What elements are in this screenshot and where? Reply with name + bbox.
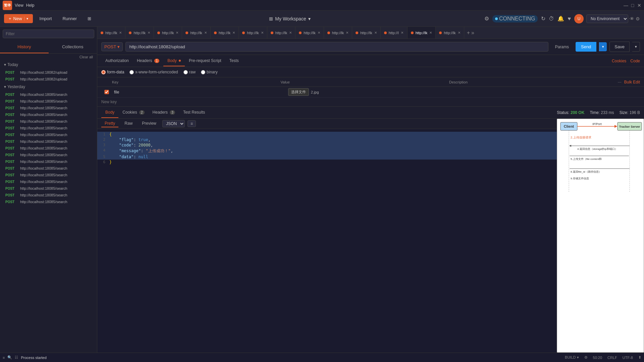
menu-view[interactable]: View: [15, 3, 23, 8]
new-button[interactable]: + New ▾: [4, 14, 33, 23]
list-item[interactable]: POSThttp://localhost:18085/search: [0, 172, 97, 178]
req-tab-4[interactable]: http://lk✕: [211, 27, 239, 39]
notification-icon[interactable]: 🔔: [557, 15, 564, 22]
env-eye-icon[interactable]: 👁: [630, 16, 634, 21]
params-button[interactable]: Params: [551, 43, 573, 51]
resp-tab-cookies[interactable]: Cookies 2: [118, 107, 148, 118]
build-label[interactable]: BUILD ▾: [565, 355, 579, 360]
radio-urlencoded[interactable]: x-www-form-urlencoded: [129, 70, 178, 74]
tab-tests[interactable]: Tests: [225, 56, 243, 66]
heart-icon[interactable]: ♥: [568, 16, 571, 22]
sync-icon[interactable]: ↻: [541, 15, 545, 22]
req-tab-6[interactable]: http://lk✕: [267, 27, 296, 39]
list-item[interactable]: POST http://localhost:18082/upload: [0, 69, 97, 76]
runner-button[interactable]: Runner: [58, 14, 81, 23]
tab-close[interactable]: ✕: [346, 31, 348, 35]
win-maximize[interactable]: □: [631, 3, 635, 7]
tab-close[interactable]: ✕: [458, 31, 461, 35]
win-close[interactable]: ✕: [637, 3, 641, 7]
list-item[interactable]: POSThttp://localhost:18085/search: [0, 178, 97, 185]
history-icon[interactable]: ⏱: [549, 16, 554, 22]
req-tab-9[interactable]: http://lk✕: [352, 27, 380, 39]
resp-tab-test-results[interactable]: Test Results: [179, 107, 209, 118]
add-tab-icon[interactable]: +: [467, 30, 470, 36]
list-item[interactable]: POSThttp://localhost:18085/search: [0, 138, 97, 145]
search-input[interactable]: [3, 29, 94, 38]
file-select-button[interactable]: 选择文件: [288, 88, 309, 96]
radio-form-data[interactable]: form-data: [101, 70, 124, 74]
list-item[interactable]: POSThttp://localhost:18085/search: [0, 198, 97, 205]
list-item[interactable]: POSThttp://localhost:18085/search: [0, 185, 97, 192]
tab-close[interactable]: ✕: [374, 31, 377, 35]
statusbar-charset[interactable]: UTF-8: [623, 356, 633, 360]
wrap-button[interactable]: ≡: [187, 120, 196, 127]
more-tabs-icon[interactable]: »: [471, 30, 474, 36]
workspace-button[interactable]: ⊞ My Workspace ▾: [265, 14, 314, 23]
format-pretty[interactable]: Pretty: [101, 120, 118, 127]
url-input[interactable]: [125, 42, 548, 52]
req-tab-0[interactable]: http://lk✕: [97, 27, 125, 39]
tab-body[interactable]: Body: [163, 56, 185, 66]
send-dropdown-button[interactable]: ▾: [599, 42, 607, 51]
row-checkbox[interactable]: [101, 90, 112, 94]
req-tab-12[interactable]: http://lk✕: [436, 27, 464, 39]
req-tab-1[interactable]: http://lk✕: [125, 27, 154, 39]
statusbar-menu-icon[interactable]: ≡: [3, 356, 5, 360]
tab-close[interactable]: ✕: [318, 31, 320, 35]
menu-help[interactable]: Help: [26, 3, 35, 8]
list-item[interactable]: POSThttp://localhost:18085/search: [0, 131, 97, 138]
statusbar-crlf[interactable]: CRLF: [607, 356, 617, 360]
tab-close[interactable]: ✕: [429, 31, 432, 35]
list-item[interactable]: POSThttp://localhost:18085/search: [0, 152, 97, 158]
layout-button[interactable]: ⊞: [84, 14, 95, 23]
avatar-icon[interactable]: U: [574, 14, 584, 23]
req-tab-7[interactable]: http://lk✕: [296, 27, 324, 39]
code-link[interactable]: Code: [630, 59, 640, 63]
tab-authorization[interactable]: Authorization: [101, 56, 133, 66]
cookies-link[interactable]: Cookies: [612, 59, 626, 63]
req-tab-2[interactable]: http://lk✕: [154, 27, 182, 39]
tab-history[interactable]: History: [0, 41, 49, 53]
list-item[interactable]: POSThttp://localhost:18085/search: [0, 125, 97, 131]
format-raw[interactable]: Raw: [121, 120, 136, 127]
send-button[interactable]: Send: [576, 42, 596, 52]
clear-all-button[interactable]: Clear all: [0, 54, 97, 60]
list-item[interactable]: POSThttp://localhost:18085/search: [0, 118, 97, 125]
list-item[interactable]: POSThttp://localhost:18085/search: [0, 91, 97, 98]
list-item[interactable]: POSThttp://localhost:18085/search: [0, 192, 97, 198]
tab-close[interactable]: ✕: [232, 31, 235, 35]
list-item[interactable]: POSThttp://localhost:18085/search: [0, 98, 97, 105]
tab-close[interactable]: ✕: [148, 31, 150, 35]
tab-headers[interactable]: Headers 1: [133, 56, 163, 66]
tab-close[interactable]: ✕: [119, 31, 122, 35]
new-key-input[interactable]: [101, 100, 152, 104]
tab-close[interactable]: ✕: [401, 31, 404, 35]
req-tab-8[interactable]: http://lk✕: [324, 27, 352, 39]
list-item[interactable]: POST http://localhost:18082/upload: [0, 76, 97, 82]
save-button[interactable]: Save: [609, 42, 630, 52]
bulk-edit-button[interactable]: Bulk Edit: [624, 80, 640, 84]
env-manage-icon[interactable]: ⚙: [636, 16, 640, 21]
statusbar-icon-extra[interactable]: ⬆: [638, 355, 641, 360]
statusbar-layout-icon[interactable]: ☷: [15, 355, 18, 360]
radio-raw[interactable]: raw: [183, 70, 196, 74]
resp-tab-headers[interactable]: Headers 3: [149, 107, 179, 118]
more-button[interactable]: ···: [618, 79, 622, 84]
list-item[interactable]: POSThttp://localhost:18085/search: [0, 158, 97, 165]
settings-icon[interactable]: ⚙: [484, 15, 489, 22]
tab-close[interactable]: ✕: [289, 31, 292, 35]
method-select[interactable]: POST ▾: [101, 42, 123, 51]
req-tab-10[interactable]: http://l✕: [381, 27, 408, 39]
tab-collections[interactable]: Collections: [49, 41, 97, 53]
format-preview[interactable]: Preview: [139, 120, 160, 127]
save-dropdown-button[interactable]: ▾: [632, 42, 640, 52]
new-dropdown-arrow[interactable]: ▾: [24, 17, 28, 20]
json-format-select[interactable]: JSON: [162, 120, 185, 127]
import-button[interactable]: Import: [36, 14, 56, 23]
tab-close[interactable]: ✕: [204, 31, 207, 35]
tab-pre-request-script[interactable]: Pre-request Script: [185, 56, 225, 66]
list-item[interactable]: POSThttp://localhost:18085/search: [0, 111, 97, 118]
req-tab-active[interactable]: http://lk✕: [408, 27, 436, 39]
req-tab-3[interactable]: http://lk✕: [182, 27, 210, 39]
win-minimize[interactable]: —: [624, 3, 628, 7]
